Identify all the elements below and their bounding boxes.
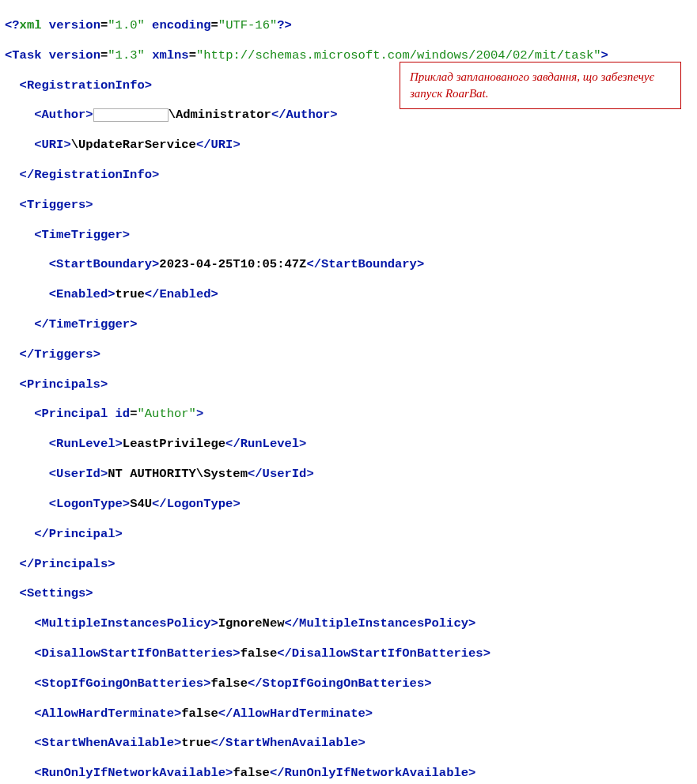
registrationinfo-open: <RegistrationInfo>: [5, 78, 692, 93]
triggers-open: <Triggers>: [5, 198, 692, 213]
principals-close: </Principals>: [5, 557, 692, 572]
enabled-line: <Enabled>true</Enabled>: [5, 287, 692, 302]
runlevel-line: <RunLevel>LeastPrivilege</RunLevel>: [5, 437, 692, 452]
timetrigger-close: </TimeTrigger>: [5, 317, 692, 332]
startwhenavail-line: <StartWhenAvailable>true</StartWhenAvail…: [5, 736, 692, 751]
stopbatt-line: <StopIfGoingOnBatteries>false</StopIfGoi…: [5, 676, 692, 691]
triggers-close: </Triggers>: [5, 347, 692, 362]
runonlynet-line: <RunOnlyIfNetworkAvailable>false</RunOnl…: [5, 766, 692, 781]
logontype-line: <LogonType>S4U</LogonType>: [5, 497, 692, 512]
principal-open: <Principal id="Author">: [5, 407, 692, 422]
xml-declaration: <?xml version="1.0" encoding="UTF-16"?>: [5, 18, 692, 33]
startboundary-line: <StartBoundary>2023-04-25T10:05:47Z</Sta…: [5, 257, 692, 272]
allowhardterm-line: <AllowHardTerminate>false</AllowHardTerm…: [5, 706, 692, 722]
settings-open: <Settings>: [5, 586, 692, 601]
multipleinstances-line: <MultipleInstancesPolicy>IgnoreNew</Mult…: [5, 616, 692, 631]
task-open: <Task version="1.3" xmlns="http://schema…: [5, 48, 692, 63]
uri-line: <URI>\UpdateRarService</URI>: [5, 138, 692, 153]
timetrigger-open: <TimeTrigger>: [5, 228, 692, 243]
registrationinfo-close: </RegistrationInfo>: [5, 168, 692, 183]
principal-close: </Principal>: [5, 527, 692, 542]
principals-open: <Principals>: [5, 377, 692, 392]
redacted-box: [93, 108, 169, 123]
xml-code: <?xml version="1.0" encoding="UTF-16"?> …: [5, 3, 692, 784]
disallowbatt-line: <DisallowStartIfOnBatteries>false</Disal…: [5, 646, 692, 661]
userid-line: <UserId>NT AUTHORITY\System</UserId>: [5, 467, 692, 482]
author-line: <Author>\Administrator</Author>: [5, 108, 692, 123]
